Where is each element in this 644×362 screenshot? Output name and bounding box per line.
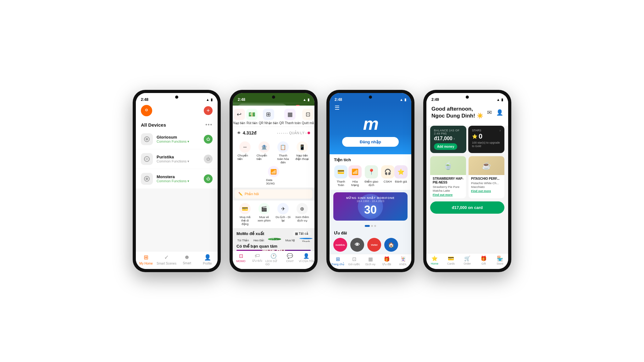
p4-add-money-button[interactable]: Add money bbox=[434, 143, 457, 150]
p3-offer-logo-3[interactable]: 🏠 bbox=[384, 238, 398, 252]
p3-login-button[interactable]: Đăng nhập bbox=[342, 137, 399, 147]
p2-svc-thanh-toan[interactable]: 📋 Thanh toán hóa đơn bbox=[275, 141, 291, 164]
device-item-0[interactable]: Gloriosum Common Functions ▾ ⏻ bbox=[136, 129, 218, 149]
p3-menu-icon[interactable]: ☰ bbox=[335, 104, 340, 111]
p1-nav-my-home[interactable]: ⊞ My Home bbox=[136, 254, 156, 265]
p1-more-icon[interactable]: ••• bbox=[205, 122, 213, 128]
p2-action-qr-nhan[interactable]: ⊞ QR Nhận tiền bbox=[259, 109, 278, 125]
power-btn-0[interactable]: ⏻ bbox=[204, 135, 213, 144]
p2-svc-chuyen-tien-2[interactable]: 🏦 Chuyển tiền bbox=[257, 141, 272, 164]
p1-nav-profile-label: Profile bbox=[203, 262, 212, 265]
profile-icon: 👤 bbox=[204, 254, 211, 261]
diem-gd-feat-icon: 📍 bbox=[365, 165, 378, 178]
p3-nav-label-4: KNDL bbox=[399, 263, 407, 266]
grid-icon: ▦ bbox=[295, 232, 298, 235]
trang-chu-icon: ⊞ bbox=[336, 256, 340, 262]
p4-nav-home[interactable]: ⭐ Home bbox=[426, 255, 443, 265]
p2-promo-2[interactable]: Vay nhanh Vay nhanh – FastMoney bbox=[268, 238, 281, 239]
p2-tat-ca-button[interactable]: ▦ Tất cả bbox=[292, 231, 311, 237]
device-sub-2: Common Functions ▾ bbox=[157, 179, 200, 183]
power-btn-1[interactable]: ⏻ bbox=[204, 155, 213, 163]
p2-nav-uu-dai[interactable]: 🏷 ƯU ĐÃI bbox=[249, 253, 265, 266]
p3-feat-cskh[interactable]: 🎧 CSKH bbox=[381, 165, 394, 187]
p1-all-devices-label: All Devices bbox=[141, 122, 166, 128]
p2-services-row2: 💳 Mua mã thẻ di động 🎬 Mua vé xem phim ✈… bbox=[233, 200, 314, 228]
p1-add-button[interactable]: + bbox=[204, 106, 213, 115]
p4-nav-cards[interactable]: 💳 Cards bbox=[443, 255, 459, 265]
p3-nav-uu-dai[interactable]: 🎁 Ưu đãi bbox=[379, 256, 395, 266]
nap-dt-icon: 📱 bbox=[297, 141, 308, 153]
p4-nav-store[interactable]: 🏪 Store bbox=[492, 255, 508, 265]
p1-nav-smart[interactable]: ☻ Smart bbox=[177, 254, 197, 265]
p3-nav-kndl[interactable]: 🃏 KNDL bbox=[395, 256, 411, 266]
p1-nav-profile[interactable]: 👤 Profile bbox=[197, 254, 218, 265]
p3-nav-goi-cuoc[interactable]: ⊡ Gói cước bbox=[346, 256, 362, 266]
p3-offer-logo-0[interactable]: mobiEdu bbox=[333, 238, 347, 252]
device-item-1[interactable]: Puristika Common Functions ▾ ⏻ bbox=[136, 149, 218, 169]
p4-nav-order[interactable]: 🛒 Order bbox=[459, 255, 475, 265]
p1-nav-smart-scenes[interactable]: ✓ Smart Scenes bbox=[156, 254, 177, 265]
p2-manage-button[interactable]: ⋯⋯ QUẢN LÝ › bbox=[277, 129, 310, 136]
p2-nav-momo-label: MOMO bbox=[236, 260, 246, 263]
chuyen-tien-icon-2: 🏦 bbox=[258, 141, 270, 153]
rut-tien-icon: 💵 bbox=[246, 109, 258, 120]
p3-feat-label-3: CSKH bbox=[384, 180, 392, 183]
p4-order-icon: 🛒 bbox=[464, 255, 470, 261]
device-item-2[interactable]: Monstera Common Functions ▾ ⏻ bbox=[136, 169, 218, 189]
p2-nav-momo[interactable]: ⊡ MOMO bbox=[233, 253, 249, 266]
p2-nav-chat[interactable]: 💬 CHAT bbox=[282, 253, 298, 266]
p2-avatar[interactable] bbox=[302, 106, 311, 106]
p2-notification-icon[interactable]: 🔔 60 bbox=[291, 106, 299, 106]
dich-vu-icon: ▦ bbox=[368, 256, 373, 262]
p2-nav-lichsu-label: LỊCH SỬ GD bbox=[265, 260, 282, 266]
p2-svc-ve-phim[interactable]: 🎬 Mua vé xem phim bbox=[257, 203, 272, 226]
battery-icon-1: ▮ bbox=[211, 98, 213, 102]
p2-svc-xem-them[interactable]: ⊕ Xem thêm dịch vụ bbox=[295, 203, 310, 226]
p4-promo-link-1[interactable]: Find out more bbox=[471, 189, 502, 193]
p2-svc-ma-the[interactable]: 💳 Mua mã thẻ di động bbox=[237, 203, 253, 226]
p2-nav-vi[interactable]: 👤 VÍ CỦA TÔI bbox=[298, 253, 314, 266]
xem-them-icon: ⊕ bbox=[297, 203, 308, 214]
p3-offer-logo-1[interactable]: 👁 bbox=[350, 238, 364, 252]
p2-action-qr-thanh[interactable]: ▦ QR Thanh toán bbox=[279, 109, 301, 125]
p2-action-rut-tien[interactable]: 💵 Rút tiền bbox=[246, 109, 258, 125]
p3-feat-diem-gd[interactable]: 📍 Điểm giao dịch bbox=[362, 165, 381, 187]
thanh-toan-feat-icon: 💳 bbox=[334, 165, 347, 178]
p2-svc2-label-1: Mua vé xem phim bbox=[257, 215, 272, 222]
p3-feat-hoa-mang[interactable]: 📶 Hòa Mạng bbox=[348, 165, 362, 187]
p4-nav-gift[interactable]: 🎁 Gift bbox=[475, 255, 492, 265]
p3-offer-logo-2[interactable]: Viettel bbox=[367, 238, 381, 252]
p4-promo-link-0[interactable]: Find out more bbox=[433, 193, 464, 196]
p3-offers-section: Ưu đãi bbox=[330, 229, 411, 237]
phone-1-smart-home: 2:48 ▲ ▮ + All Devices ••• bbox=[133, 90, 221, 272]
p3-nav-dich-vu[interactable]: ▦ Dịch vụ bbox=[362, 256, 379, 266]
p2-feedback[interactable]: ✏️ Phản hồi bbox=[235, 189, 313, 199]
p2-svc-nap-dt[interactable]: 📱 Nạp tiền điện thoại bbox=[295, 141, 310, 164]
p2-promo-0[interactable]: 🎁 Túi Thần Tài bbox=[236, 238, 250, 239]
screenshot-container: 2:48 ▲ ▮ + All Devices ••• bbox=[120, 71, 524, 291]
p3-nav-trang-chu[interactable]: ⊞ Trang chủ bbox=[330, 256, 346, 266]
device-info-0: Gloriosum Common Functions ▾ bbox=[157, 135, 200, 144]
p2-promo-1[interactable]: 🐷 Heo Đất MoMo bbox=[252, 238, 265, 239]
mail-icon[interactable]: ✉ bbox=[487, 109, 492, 116]
p2-action-nap-tien[interactable]: ↩ Nạp tiền bbox=[233, 109, 245, 125]
p2-promo-4[interactable]: KM Vàng Thanh toán khoản vay bbox=[299, 238, 313, 239]
p2-promo-3[interactable]: 🎟 Mua hộ vé số bbox=[284, 238, 297, 239]
p2-svc-chuyen-tien-1[interactable]: ↔ Chuyển tiền bbox=[237, 141, 253, 164]
p3-feat-danh-gia[interactable]: ⭐ Đánh giá bbox=[394, 165, 408, 187]
p2-svc-data[interactable]: 📶 Data 3G/4G bbox=[266, 166, 281, 185]
status-icons-3: ▲ ▮ bbox=[400, 98, 406, 102]
p3-feat-thanh-toan[interactable]: 💳 Thanh Toán bbox=[333, 165, 348, 187]
p2-search-bar[interactable]: 🔍 ăn mặt? nhập 'vay nhanh' ngay bbox=[236, 104, 288, 106]
user-icon[interactable]: 👤 bbox=[496, 109, 503, 116]
p2-action-quet-ma[interactable]: ⊡ Quét mã bbox=[302, 109, 314, 125]
p2-svc-du-lich[interactable]: ✈ Du lịch - Di lại bbox=[275, 203, 291, 226]
p4-cards-row: BALANCE (as of 2:49 PM) đ17,000 › Add mo… bbox=[426, 126, 508, 153]
cskh-feat-icon: 🎧 bbox=[381, 165, 394, 178]
p4-nav-label-4: Store bbox=[497, 262, 503, 265]
p2-nav-lich-su[interactable]: 🕐 LỊCH SỬ GD bbox=[265, 253, 282, 266]
p4-cta-button[interactable]: đ17,000 on card bbox=[430, 201, 504, 214]
p2-svc2-label-2: Du lịch - Di lại bbox=[275, 215, 291, 222]
battery-icon-3: ▮ bbox=[404, 98, 406, 102]
power-btn-2[interactable]: ⏻ bbox=[204, 174, 213, 183]
